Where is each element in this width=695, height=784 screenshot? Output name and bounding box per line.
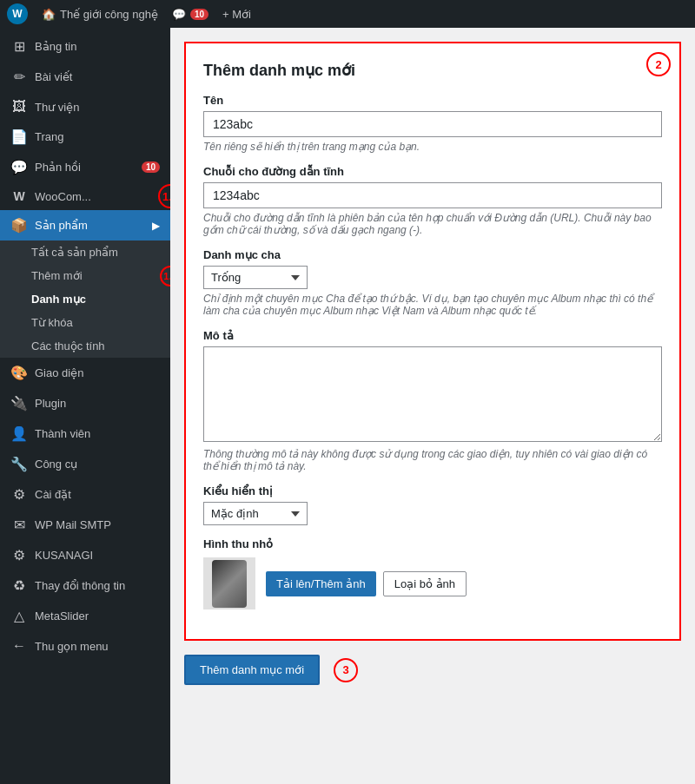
annotation-1-1: 1.1 [158, 184, 170, 208]
phone-image [212, 560, 247, 608]
media-icon: 🖼 [10, 99, 28, 115]
form-group-mota: Mô tả Thông thường mô tả này không được … [203, 329, 662, 472]
kieuhienthi-select[interactable]: Mặc định [203, 502, 308, 525]
edit-icon: ✏ [10, 69, 28, 85]
sidebar-submenu-sanpham: Tất cả sản phẩm Thêm mới 1.2 Danh mục Từ… [0, 240, 170, 358]
chuoi-input[interactable] [203, 182, 662, 208]
product-icon: 📦 [10, 217, 28, 234]
page-icon: 📄 [10, 128, 28, 145]
sidebar-item-plugin[interactable]: 🔌 Plugin [0, 388, 170, 418]
sidebar-item-giaodien[interactable]: 🎨 Giao diện [0, 358, 170, 388]
ten-label: Tên [203, 94, 662, 107]
sidebar-item-sanpham[interactable]: 📦 Sản phẩm ▶ [0, 210, 170, 240]
sidebar-item-woocommerce[interactable]: W WooCom... 1.1 [0, 182, 170, 210]
sidebar: ⊞ Bảng tin ✏ Bài viết 🖼 Thư viện 📄 Trang… [0, 28, 170, 784]
sidebar-item-thugon[interactable]: ← Thu gọn menu [0, 631, 170, 661]
sidebar-item-congcu[interactable]: 🔧 Công cụ [0, 449, 170, 479]
sidebar-item-baiviet[interactable]: ✏ Bài viết [0, 62, 170, 92]
mail-icon: ✉ [10, 517, 28, 533]
slider-icon: △ [10, 608, 28, 624]
form-group-kieuhienthi: Kiểu hiển thị Mặc định [203, 484, 662, 525]
thumbnail-area: Tải lên/Thêm ảnh Loại bỏ ảnh [203, 557, 662, 609]
mota-label: Mô tả [203, 329, 662, 342]
annotation-3: 3 [334, 658, 358, 682]
submit-button[interactable]: Thêm danh mục mới [184, 655, 320, 685]
tools-icon: 🔧 [10, 456, 28, 472]
submenu-tukhoa[interactable]: Từ khóa [0, 311, 170, 334]
chuoi-label: Chuỗi cho đường dẫn tĩnh [203, 165, 662, 178]
admin-bar: W 🏠 Thế giới công nghệ 💬 10 + Mới [0, 0, 695, 28]
woo-icon: W [10, 189, 28, 203]
wp-logo[interactable]: W [7, 3, 28, 24]
refresh-icon: ♻ [10, 577, 28, 594]
theme-icon: 🎨 [10, 365, 28, 381]
chuoi-hint: Chuỗi cho đường dẫn tĩnh là phiên bản củ… [203, 212, 662, 236]
content-area: 2 Thêm danh mục mới Tên Tên riêng sẽ hiể… [170, 28, 695, 784]
sidebar-item-thaydoi[interactable]: ♻ Thay đổi thông tin [0, 570, 170, 601]
site-name[interactable]: 🏠 Thế giới công nghệ [42, 8, 158, 21]
sidebar-item-phanhoi[interactable]: 💬 Phản hồi 10 [0, 152, 170, 182]
ten-hint: Tên riêng sẽ hiển thị trên trang mạng củ… [203, 141, 662, 153]
comments-link[interactable]: 💬 10 [172, 8, 208, 21]
danhmuccha-select[interactable]: Trống [203, 266, 308, 289]
sidebar-item-metaslider[interactable]: △ MetaSlider [0, 601, 170, 631]
chevron-icon: ▶ [152, 220, 160, 232]
sidebar-item-wpmail[interactable]: ✉ WP Mail SMTP [0, 510, 170, 540]
sidebar-item-caidat[interactable]: ⚙ Cài đặt [0, 479, 170, 510]
settings-icon: ⚙ [10, 486, 28, 503]
remove-button[interactable]: Loại bỏ ảnh [383, 571, 467, 596]
submenu-tatcasanpham[interactable]: Tất cả sản phẩm [0, 240, 170, 264]
panel-title: Thêm danh mục mới [203, 61, 662, 80]
kusanagi-icon: ⚙ [10, 547, 28, 563]
new-item-link[interactable]: + Mới [222, 8, 251, 21]
plugin-icon: 🔌 [10, 395, 28, 412]
danhmuccha-label: Danh mục cha [203, 248, 662, 261]
danhmuccha-hint: Chỉ định một chuyên mục Cha để tạo thứ b… [203, 293, 662, 317]
ten-input[interactable] [203, 111, 662, 137]
home-icon: 🏠 [42, 8, 56, 21]
comment-icon: 💬 [172, 8, 186, 21]
sidebar-item-kusanagi[interactable]: ⚙ KUSANAGI [0, 540, 170, 570]
comment-icon: 💬 [10, 159, 28, 175]
annotation-1-2: 1.2 [160, 266, 170, 287]
form-group-danhmuccha: Danh mục cha Trống Chỉ định một chuyên m… [203, 248, 662, 317]
sidebar-item-thuvien[interactable]: 🖼 Thư viện [0, 92, 170, 122]
dashboard-icon: ⊞ [10, 38, 28, 55]
sidebar-item-bangtin[interactable]: ⊞ Bảng tin [0, 31, 170, 62]
action-row: Thêm danh mục mới 3 [184, 655, 681, 685]
collapse-icon: ← [10, 638, 28, 654]
form-panel: 2 Thêm danh mục mới Tên Tên riêng sẽ hiể… [184, 42, 681, 641]
kieuhienthi-label: Kiểu hiển thị [203, 484, 662, 497]
submenu-thuoctinh[interactable]: Các thuộc tính [0, 334, 170, 358]
submenu-themmoi[interactable]: Thêm mới 1.2 [0, 264, 170, 287]
thumbnail-buttons: Tải lên/Thêm ảnh Loại bỏ ảnh [266, 571, 467, 596]
mota-hint: Thông thường mô tả này không được sử dụn… [203, 448, 662, 472]
sidebar-item-trang[interactable]: 📄 Trang [0, 122, 170, 152]
form-group-chuoi: Chuỗi cho đường dẫn tĩnh Chuỗi cho đường… [203, 165, 662, 236]
sidebar-item-thanhvien[interactable]: 👤 Thành viên [0, 418, 170, 449]
hinhtunho-label: Hình thu nhỏ [203, 537, 662, 550]
annotation-2: 2 [646, 52, 671, 76]
mota-textarea[interactable] [203, 346, 662, 442]
thumbnail-preview [203, 557, 255, 609]
submenu-danhmuc[interactable]: Danh mục [0, 287, 170, 311]
upload-button[interactable]: Tải lên/Thêm ảnh [266, 571, 376, 596]
form-group-hinhtunho: Hình thu nhỏ Tải lên/Thêm ảnh Loại bỏ ản… [203, 537, 662, 609]
user-icon: 👤 [10, 425, 28, 442]
form-group-ten: Tên Tên riêng sẽ hiển thị trên trang mạn… [203, 94, 662, 153]
